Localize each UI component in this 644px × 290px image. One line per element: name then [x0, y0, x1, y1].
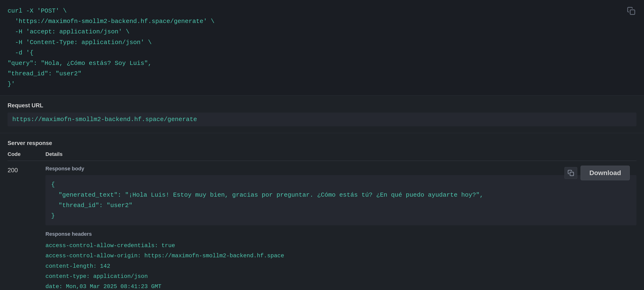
response-body-content: { "generated_text": "¡Hola Luis! Estoy m… — [46, 175, 636, 225]
response-body-actions: Download — [564, 166, 630, 180]
response-body-label: Response body — [46, 166, 636, 172]
download-button[interactable]: Download — [580, 166, 630, 180]
svg-rect-1 — [570, 172, 574, 176]
response-table: Code Details 200 Response body { "genera… — [8, 151, 636, 290]
curl-section: curl -X 'POST' \ 'https://maximofn-smoll… — [0, 0, 644, 96]
table-header: Code Details — [8, 151, 636, 161]
th-details: Details — [46, 151, 62, 157]
copy-icon — [627, 7, 636, 15]
page-container: curl -X 'POST' \ 'https://maximofn-smoll… — [0, 0, 644, 290]
request-url-section: Request URL https://maximofn-smollm2-bac… — [0, 96, 644, 133]
curl-copy-button[interactable] — [625, 5, 637, 18]
copy-small-icon — [568, 170, 574, 176]
response-details: Response body { "generated_text": "¡Hola… — [46, 166, 636, 290]
request-url-label: Request URL — [8, 102, 636, 109]
table-row: 200 Response body { "generated_text": "¡… — [8, 161, 636, 290]
response-headers-label: Response headers — [46, 231, 636, 237]
response-headers-content: access-control-allow-credentials: true a… — [46, 240, 636, 290]
th-code: Code — [8, 151, 46, 157]
server-response-label: Server response — [8, 140, 636, 146]
curl-code: curl -X 'POST' \ 'https://maximofn-smoll… — [8, 6, 625, 90]
request-url-value: https://maximofn-smollm2-backend.hf.spac… — [8, 113, 636, 126]
svg-rect-0 — [630, 10, 635, 15]
response-code: 200 — [8, 166, 46, 290]
server-response-section: Server response Code Details 200 Respons… — [0, 133, 644, 290]
response-copy-button[interactable] — [564, 167, 577, 179]
